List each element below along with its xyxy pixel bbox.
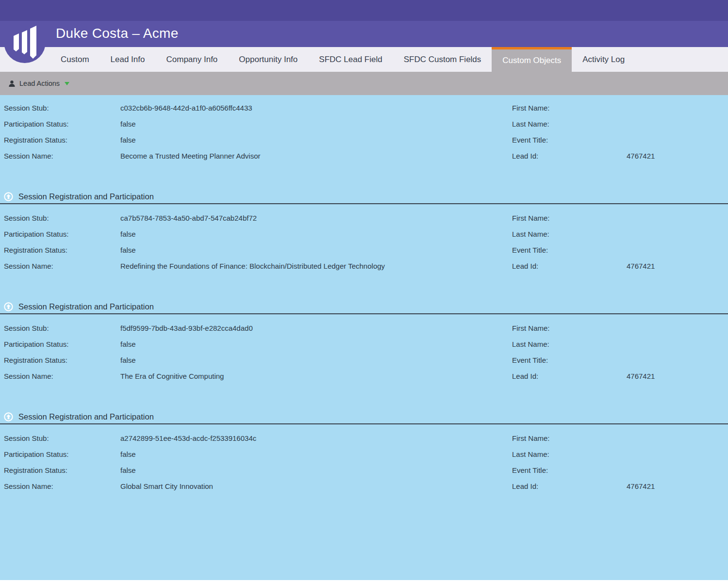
participation-status-label: Participation Status: xyxy=(4,340,120,348)
tab-company-info[interactable]: Company Info xyxy=(155,47,228,72)
section-title: Session Registration and Participation xyxy=(18,192,154,201)
tab-lead-info[interactable]: Lead Info xyxy=(100,47,156,72)
participation-status-value: false xyxy=(120,450,512,458)
session-name-value: The Era of Cognitive Computing xyxy=(120,372,512,380)
event-title-label: Event Title: xyxy=(512,136,627,144)
registration-status-label: Registration Status: xyxy=(4,466,120,474)
registration-status-value: false xyxy=(120,136,512,144)
app-header: Duke Costa – Acme xyxy=(0,21,728,47)
session-name-value: Global Smart City Innovation xyxy=(120,482,512,490)
tab-custom-objects[interactable]: Custom Objects xyxy=(492,47,572,72)
field-row: Session Name: Global Smart City Innovati… xyxy=(0,478,728,494)
section-title: Session Registration and Participation xyxy=(18,412,154,421)
content: Session Stub: c032cb6b-9648-442d-a1f0-a6… xyxy=(0,95,728,580)
tab-activity-log[interactable]: Activity Log xyxy=(572,47,635,72)
first-name-label: First Name: xyxy=(512,324,627,332)
collapse-icon[interactable] xyxy=(4,192,13,201)
lead-actions-button[interactable]: Lead Actions xyxy=(8,80,69,87)
tab-sfdc-custom-fields[interactable]: SFDC Custom Fields xyxy=(393,47,492,72)
section-title: Session Registration and Participation xyxy=(18,302,154,311)
section-body: Session Stub: c032cb6b-9648-442d-a1f0-a6… xyxy=(0,100,728,164)
event-title-label: Event Title: xyxy=(512,466,627,474)
participation-status-label: Participation Status: xyxy=(4,450,120,458)
field-row: Session Name: The Era of Cognitive Compu… xyxy=(0,368,728,384)
toolbar: Lead Actions xyxy=(0,72,728,95)
session-stub-value: a2742899-51ee-453d-acdc-f2533916034c xyxy=(120,434,512,442)
field-row: Session Stub: f5df9599-7bdb-43ad-93bf-e2… xyxy=(0,320,728,336)
session-section: Session Registration and Participation S… xyxy=(0,410,728,494)
registration-status-value: false xyxy=(120,246,512,254)
session-stub-label: Session Stub: xyxy=(4,324,120,332)
registration-status-label: Registration Status: xyxy=(4,246,120,254)
field-row: Participation Status: false Last Name: xyxy=(0,116,728,132)
lead-id-label: Lead Id: xyxy=(512,372,627,380)
last-name-label: Last Name: xyxy=(512,450,627,458)
participation-status-value: false xyxy=(120,340,512,348)
user-icon xyxy=(8,80,16,87)
event-title-label: Event Title: xyxy=(512,356,627,364)
session-section: Session Registration and Participation S… xyxy=(0,190,728,274)
field-row: Participation Status: false Last Name: xyxy=(0,226,728,242)
participation-status-value: false xyxy=(120,230,512,238)
lead-id-label: Lead Id: xyxy=(512,152,627,160)
field-row: Session Stub: c032cb6b-9648-442d-a1f0-a6… xyxy=(0,100,728,116)
lead-id-value: 4767421 xyxy=(627,372,728,380)
participation-status-label: Participation Status: xyxy=(4,230,120,238)
section-body: Session Stub: f5df9599-7bdb-43ad-93bf-e2… xyxy=(0,314,728,384)
tab-bar: Custom Lead Info Company Info Opportunit… xyxy=(0,47,728,72)
session-name-value: Become a Trusted Meeting Planner Advisor xyxy=(120,152,512,160)
field-row: Session Stub: a2742899-51ee-453d-acdc-f2… xyxy=(0,430,728,446)
tab-custom[interactable]: Custom xyxy=(50,47,100,72)
dropdown-arrow-icon xyxy=(65,82,69,85)
session-name-label: Session Name: xyxy=(4,152,120,160)
session-name-label: Session Name: xyxy=(4,372,120,380)
collapse-icon[interactable] xyxy=(4,302,13,311)
participation-status-label: Participation Status: xyxy=(4,120,120,128)
field-row: Registration Status: false Event Title: xyxy=(0,132,728,148)
section-header: Session Registration and Participation xyxy=(0,300,728,314)
tab-opportunity-info[interactable]: Opportunity Info xyxy=(228,47,308,72)
field-row: Session Name: Become a Trusted Meeting P… xyxy=(0,148,728,164)
last-name-label: Last Name: xyxy=(512,340,627,348)
session-stub-value: ca7b5784-7853-4a50-abd7-547cab24bf72 xyxy=(120,214,512,222)
collapse-icon[interactable] xyxy=(4,412,13,421)
session-section: Session Stub: c032cb6b-9648-442d-a1f0-a6… xyxy=(0,100,728,164)
field-row: Participation Status: false Last Name: xyxy=(0,336,728,352)
registration-status-value: false xyxy=(120,356,512,364)
section-body: Session Stub: a2742899-51ee-453d-acdc-f2… xyxy=(0,424,728,494)
field-row: Session Stub: ca7b5784-7853-4a50-abd7-54… xyxy=(0,210,728,226)
registration-status-value: false xyxy=(120,466,512,474)
top-strip xyxy=(0,0,728,21)
session-stub-label: Session Stub: xyxy=(4,434,120,442)
lead-id-label: Lead Id: xyxy=(512,262,627,270)
last-name-label: Last Name: xyxy=(512,230,627,238)
field-row: Session Name: Redefining the Foundations… xyxy=(0,258,728,274)
lead-id-value: 4767421 xyxy=(627,262,728,270)
field-row: Participation Status: false Last Name: xyxy=(0,446,728,462)
section-header: Session Registration and Participation xyxy=(0,190,728,204)
page-title: Duke Costa – Acme xyxy=(56,26,179,41)
session-name-label: Session Name: xyxy=(4,262,120,270)
session-stub-label: Session Stub: xyxy=(4,104,120,112)
session-stub-label: Session Stub: xyxy=(4,214,120,222)
section-header: Session Registration and Participation xyxy=(0,410,728,424)
field-row: Registration Status: false Event Title: xyxy=(0,462,728,478)
section-body: Session Stub: ca7b5784-7853-4a50-abd7-54… xyxy=(0,204,728,274)
marketo-logo xyxy=(4,21,46,63)
tab-sfdc-lead-field[interactable]: SFDC Lead Field xyxy=(308,47,393,72)
field-row: Registration Status: false Event Title: xyxy=(0,242,728,258)
lead-id-label: Lead Id: xyxy=(512,482,627,490)
session-name-label: Session Name: xyxy=(4,482,120,490)
last-name-label: Last Name: xyxy=(512,120,627,128)
lead-actions-label: Lead Actions xyxy=(19,80,60,87)
marketo-logo-icon xyxy=(4,21,46,63)
event-title-label: Event Title: xyxy=(512,246,627,254)
session-stub-value: c032cb6b-9648-442d-a1f0-a6056ffc4433 xyxy=(120,104,512,112)
session-stub-value: f5df9599-7bdb-43ad-93bf-e282cca4dad0 xyxy=(120,324,512,332)
lead-id-value: 4767421 xyxy=(627,482,728,490)
first-name-label: First Name: xyxy=(512,214,627,222)
lead-id-value: 4767421 xyxy=(627,152,728,160)
session-section: Session Registration and Participation S… xyxy=(0,300,728,384)
first-name-label: First Name: xyxy=(512,104,627,112)
field-row: Registration Status: false Event Title: xyxy=(0,352,728,368)
